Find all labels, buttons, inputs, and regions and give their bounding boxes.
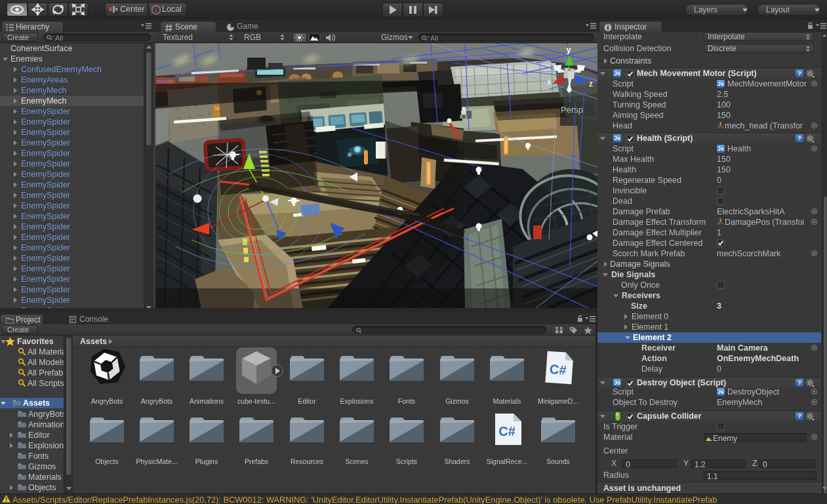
svg-text:y: y	[566, 45, 571, 54]
svg-text:C#: C#	[549, 362, 567, 378]
svg-text:x: x	[547, 77, 552, 87]
svg-text:Persp: Persp	[561, 105, 583, 115]
svg-text:C#: C#	[498, 424, 515, 438]
svg-text:z: z	[589, 79, 593, 88]
